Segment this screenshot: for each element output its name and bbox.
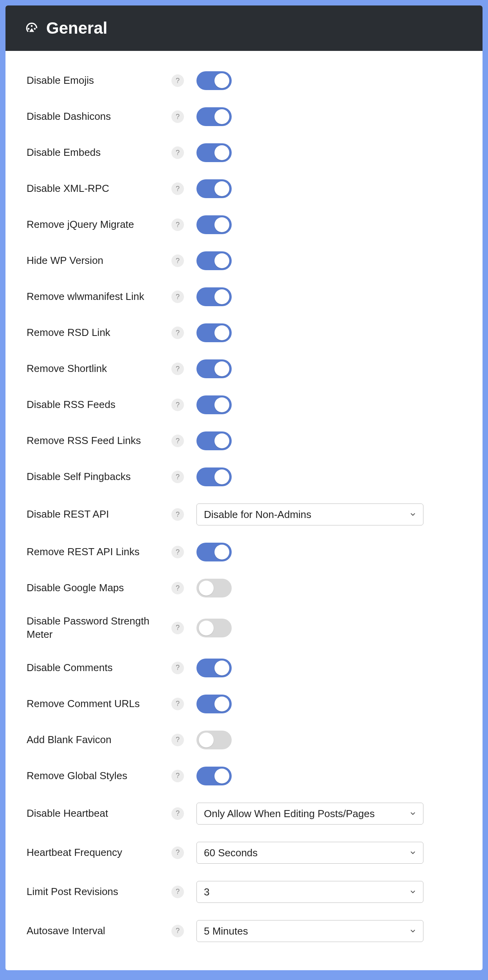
toggle-disable_rss_feeds[interactable] [196, 395, 232, 414]
toggle-disable_google_maps[interactable] [196, 579, 232, 597]
setting-label: Disable REST API [27, 508, 167, 521]
help-icon[interactable]: ? [171, 770, 184, 782]
toggle-knob [214, 325, 229, 340]
toggle-knob [214, 73, 229, 88]
setting-label: Remove REST API Links [27, 545, 167, 559]
setting-control [196, 251, 232, 270]
help-icon[interactable]: ? [171, 435, 184, 447]
setting-row-hide_wp_version: Hide WP Version? [11, 243, 477, 279]
select-disable_rest_api[interactable]: Disable for Non-Admins [196, 504, 423, 525]
setting-control: 5 Minutes [196, 920, 423, 942]
select-wrap-autosave_interval: 5 Minutes [196, 920, 423, 942]
toggle-remove_rss_feed_links[interactable] [196, 431, 232, 450]
setting-row-disable_google_maps: Disable Google Maps? [11, 570, 477, 606]
toggle-disable_pwd_meter[interactable] [196, 619, 232, 637]
toggle-knob [214, 769, 229, 783]
help-icon[interactable]: ? [171, 622, 184, 634]
setting-control [196, 767, 232, 785]
select-disable_heartbeat[interactable]: Only Allow When Editing Posts/Pages [196, 803, 423, 825]
toggle-hide_wp_version[interactable] [196, 251, 232, 270]
help-icon[interactable]: ? [171, 846, 184, 859]
select-heartbeat_frequency[interactable]: 60 Seconds [196, 842, 423, 864]
toggle-remove_global_styles[interactable] [196, 767, 232, 785]
select-autosave_interval[interactable]: 5 Minutes [196, 920, 423, 942]
setting-control [196, 395, 232, 414]
setting-control [196, 179, 232, 198]
setting-control [196, 143, 232, 162]
help-icon[interactable]: ? [171, 807, 184, 820]
toggle-disable_embeds[interactable] [196, 143, 232, 162]
setting-control [196, 467, 232, 486]
help-icon[interactable]: ? [171, 698, 184, 710]
setting-control [196, 323, 232, 342]
setting-row-limit_post_revisions: Limit Post Revisions?3 [11, 872, 477, 911]
help-icon[interactable]: ? [171, 925, 184, 937]
setting-label: Add Blank Favicon [27, 733, 167, 747]
toggle-knob [214, 697, 229, 711]
help-icon[interactable]: ? [171, 291, 184, 303]
help-icon[interactable]: ? [171, 327, 184, 339]
toggle-disable_self_pingbacks[interactable] [196, 467, 232, 486]
help-icon[interactable]: ? [171, 146, 184, 159]
setting-row-disable_rest_api: Disable REST API?Disable for Non-Admins [11, 495, 477, 534]
toggle-knob [199, 733, 214, 747]
help-icon[interactable]: ? [171, 74, 184, 87]
setting-label: Disable Emojis [27, 74, 167, 87]
select-wrap-heartbeat_frequency: 60 Seconds [196, 842, 423, 864]
setting-control [196, 107, 232, 126]
help-icon[interactable]: ? [171, 218, 184, 231]
toggle-remove_shortlink[interactable] [196, 359, 232, 378]
toggle-add_blank_favicon[interactable] [196, 731, 232, 749]
setting-label: Remove Shortlink [27, 362, 167, 375]
help-icon[interactable]: ? [171, 886, 184, 898]
setting-control [196, 543, 232, 561]
setting-label: Disable Heartbeat [27, 807, 167, 820]
toggle-knob [199, 581, 214, 596]
panel-body: Disable Emojis?Disable Dashicons?Disable… [5, 51, 483, 970]
toggle-disable_xmlrpc[interactable] [196, 179, 232, 198]
setting-row-remove_jquery_migrate: Remove jQuery Migrate? [11, 207, 477, 243]
help-icon[interactable]: ? [171, 363, 184, 375]
toggle-remove_rsd_link[interactable] [196, 323, 232, 342]
toggle-remove_wlwmanifest[interactable] [196, 287, 232, 306]
toggle-remove_jquery_migrate[interactable] [196, 215, 232, 234]
toggle-disable_emojis[interactable] [196, 71, 232, 90]
setting-control [196, 659, 232, 677]
help-icon[interactable]: ? [171, 399, 184, 411]
help-icon[interactable]: ? [171, 182, 184, 195]
setting-control [196, 579, 232, 597]
setting-control [196, 619, 232, 637]
help-icon[interactable]: ? [171, 582, 184, 594]
toggle-knob [214, 145, 229, 160]
setting-row-disable_rss_feeds: Disable RSS Feeds? [11, 387, 477, 423]
toggle-knob [214, 469, 229, 484]
help-icon[interactable]: ? [171, 508, 184, 521]
setting-row-remove_rss_feed_links: Remove RSS Feed Links? [11, 423, 477, 459]
dashboard-icon [24, 21, 39, 36]
setting-row-disable_heartbeat: Disable Heartbeat?Only Allow When Editin… [11, 794, 477, 833]
toggle-remove_comment_urls[interactable] [196, 695, 232, 713]
toggle-knob [214, 109, 229, 124]
setting-control [196, 431, 232, 450]
setting-row-disable_emojis: Disable Emojis? [11, 63, 477, 99]
select-wrap-limit_post_revisions: 3 [196, 881, 423, 903]
help-icon[interactable]: ? [171, 662, 184, 674]
setting-row-remove_rest_api_links: Remove REST API Links? [11, 534, 477, 570]
toggle-remove_rest_api_links[interactable] [196, 543, 232, 561]
toggle-knob [214, 433, 229, 448]
help-icon[interactable]: ? [171, 734, 184, 746]
toggle-disable_dashicons[interactable] [196, 107, 232, 126]
panel-title: General [46, 19, 107, 38]
setting-control: 60 Seconds [196, 842, 423, 864]
help-icon[interactable]: ? [171, 471, 184, 483]
setting-control [196, 287, 232, 306]
setting-label: Limit Post Revisions [27, 885, 167, 899]
setting-label: Disable XML-RPC [27, 182, 167, 195]
select-limit_post_revisions[interactable]: 3 [196, 881, 423, 903]
help-icon[interactable]: ? [171, 546, 184, 558]
help-icon[interactable]: ? [171, 254, 184, 267]
help-icon[interactable]: ? [171, 110, 184, 123]
setting-label: Remove RSD Link [27, 326, 167, 339]
setting-label: Remove jQuery Migrate [27, 218, 167, 231]
toggle-disable_comments[interactable] [196, 659, 232, 677]
